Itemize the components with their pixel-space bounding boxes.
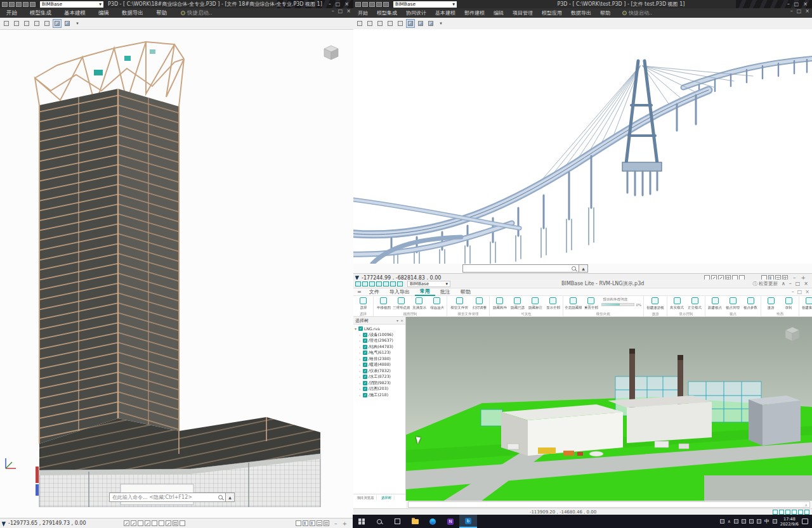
- selection-set-icon[interactable]: [2, 19, 11, 28]
- maximize-button[interactable]: □: [336, 1, 341, 7]
- show-all-button[interactable]: 显示全部: [544, 297, 561, 311]
- mdi-restore-button[interactable]: □: [797, 289, 802, 295]
- panel-close-icon[interactable]: ×: [400, 318, 403, 323]
- pan-icon[interactable]: [365, 19, 374, 28]
- snap-icon[interactable]: [779, 510, 784, 515]
- save-icon[interactable]: [369, 2, 375, 7]
- hidden-line-icon[interactable]: [43, 19, 51, 28]
- textured-view-icon[interactable]: [426, 19, 435, 28]
- zoom-out-button[interactable]: –: [334, 520, 337, 527]
- checkbox-checked-icon[interactable]: ✓: [363, 338, 367, 343]
- expand-icon[interactable]: ›: [359, 363, 362, 367]
- gizmo-icon[interactable]: [792, 510, 797, 515]
- app-mode-selector[interactable]: BIMBase ▾: [393, 1, 457, 8]
- transparency-slider[interactable]: 预设构件透明度 0%: [601, 297, 642, 307]
- save-icon[interactable]: [16, 2, 22, 7]
- expand-icon[interactable]: ›: [359, 381, 362, 385]
- hide-element-button[interactable]: 隐藏构件: [491, 297, 508, 311]
- checkbox-checked-icon[interactable]: ✓: [363, 333, 367, 337]
- polar-track-icon[interactable]: [131, 520, 136, 526]
- menu-item[interactable]: 开始: [353, 10, 372, 16]
- tab-annotate[interactable]: 批注: [435, 288, 455, 295]
- save-icon[interactable]: [369, 281, 375, 287]
- expand-icon[interactable]: ›: [359, 345, 362, 349]
- hide-selected-button[interactable]: 隐藏已选: [509, 297, 526, 311]
- undo-icon[interactable]: [390, 281, 396, 287]
- mdi-minimize-button[interactable]: –: [332, 8, 334, 14]
- realistic-view-icon[interactable]: [63, 19, 72, 28]
- open-file-icon[interactable]: [9, 2, 15, 7]
- tree-item[interactable]: ›✓/设备(10096): [355, 332, 405, 338]
- redo-icon[interactable]: [383, 2, 389, 7]
- close-button[interactable]: ×: [344, 1, 349, 7]
- toolbar-overflow[interactable]: ▾: [73, 19, 82, 28]
- three-view-icon[interactable]: [310, 520, 315, 526]
- ime-indicator[interactable]: 中: [764, 518, 769, 525]
- tree-item[interactable]: ›✓/水工(8723): [355, 374, 405, 380]
- app-mode-selector[interactable]: BIMBase ▾: [407, 281, 450, 287]
- start-button[interactable]: [353, 515, 370, 528]
- osnap-icon[interactable]: [138, 520, 143, 526]
- expand-icon[interactable]: ›: [359, 338, 362, 343]
- task-view-button[interactable]: [388, 515, 406, 528]
- menu-item[interactable]: 开始: [0, 10, 23, 17]
- checkbox-checked-icon[interactable]: ✓: [358, 326, 363, 331]
- mdi-minimize-button[interactable]: –: [792, 289, 794, 295]
- expand-icon[interactable]: ›: [359, 369, 362, 373]
- tree-item[interactable]: ›✓/施工(218): [355, 392, 405, 399]
- open-file-icon[interactable]: [362, 2, 368, 7]
- network-tray-icon[interactable]: [742, 519, 746, 524]
- move-view-icon[interactable]: [376, 19, 384, 28]
- tree-item[interactable]: ›✓/暖通(4888): [355, 362, 405, 368]
- checkbox-checked-icon[interactable]: ✓: [363, 345, 367, 349]
- minimize-button[interactable]: –: [789, 281, 792, 287]
- new-viewpoint-button[interactable]: 新建视点: [707, 297, 724, 311]
- menu-item[interactable]: 项目管理: [508, 10, 537, 16]
- tray-app-icon[interactable]: [720, 519, 724, 524]
- tree-item[interactable]: ›✓/给排(2380): [355, 356, 405, 363]
- undo-icon[interactable]: [23, 2, 29, 7]
- expand-icon[interactable]: ›: [359, 375, 362, 379]
- tab-import-export[interactable]: 导入导出: [384, 288, 415, 295]
- menu-item[interactable]: 帮助: [596, 10, 615, 16]
- pan-icon[interactable]: [12, 19, 21, 28]
- zoom-in-button[interactable]: +: [342, 520, 347, 527]
- undo-icon[interactable]: [376, 2, 382, 7]
- menu-item[interactable]: 部件建模: [460, 10, 489, 16]
- select-button[interactable]: 选择: [355, 297, 372, 311]
- hamburger-menu-icon[interactable]: ≡: [353, 289, 364, 295]
- tree-item[interactable]: ›✓/结构(44783): [355, 344, 405, 351]
- shaded-view-icon[interactable]: [406, 19, 415, 28]
- line-snap-icon[interactable]: [124, 520, 129, 526]
- viewpoint-params-button[interactable]: 视点参数: [742, 297, 759, 311]
- checkbox-checked-icon[interactable]: ✓: [363, 393, 367, 397]
- close-button[interactable]: ×: [804, 281, 808, 287]
- realistic-mode-button[interactable]: 真实模式: [669, 297, 686, 311]
- app-mode-selector[interactable]: BIMBase ▾: [40, 1, 103, 8]
- orbit-button[interactable]: 三维动态观察: [393, 297, 410, 311]
- hide-annotation-button[interactable]: 隐藏标注: [527, 297, 544, 311]
- new-file-icon[interactable]: [355, 2, 361, 7]
- fullscreen-icon[interactable]: [804, 510, 809, 515]
- command-input[interactable]: 在此输入命令... <隐藏:Ctrl+F12>: [109, 493, 226, 502]
- menu-item[interactable]: 协同设计: [402, 10, 431, 16]
- expand-icon[interactable]: ›: [359, 387, 362, 391]
- check-update-button[interactable]: ⓘ 检查更新: [752, 281, 778, 287]
- two-view-icon[interactable]: [303, 520, 308, 526]
- maximize-button[interactable]: □: [794, 1, 799, 7]
- collapse-icon[interactable]: ▾: [355, 326, 357, 331]
- filter-icon[interactable]: [180, 520, 185, 526]
- checkbox-checked-icon[interactable]: ✓: [363, 357, 367, 361]
- mdi-close-button[interactable]: ×: [346, 8, 351, 14]
- tree-item[interactable]: ›✓/管道(29637): [355, 338, 405, 344]
- checkbox-checked-icon[interactable]: ✓: [363, 351, 367, 355]
- tab-selection-tree[interactable]: 选择树: [379, 495, 394, 500]
- cross-snap-icon[interactable]: [145, 520, 150, 526]
- menu-item[interactable]: 基本建模: [58, 10, 92, 17]
- taskbar-clock[interactable]: 17:48 2022/9/6: [780, 517, 799, 527]
- quick-launch[interactable]: 快捷启动..: [622, 10, 652, 16]
- tree-root[interactable]: ▾ ✓ LNG.rva: [355, 326, 405, 332]
- menu-item[interactable]: 模型集成: [372, 10, 402, 16]
- hidden-line-icon[interactable]: [396, 19, 405, 28]
- zoom-in-button[interactable]: 缩放放大: [428, 297, 445, 311]
